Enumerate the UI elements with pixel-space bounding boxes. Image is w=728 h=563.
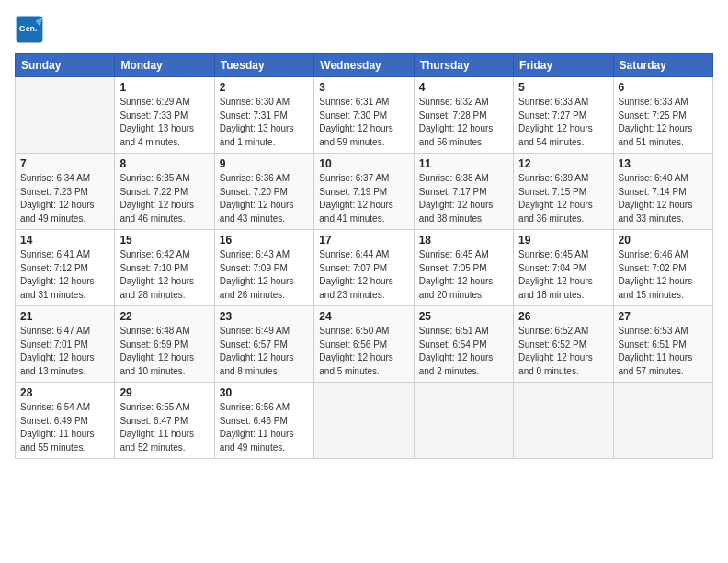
day-cell: 3Sunrise: 6:31 AM Sunset: 7:30 PM Daylig… xyxy=(314,77,414,154)
day-number: 9 xyxy=(220,157,309,170)
day-number: 15 xyxy=(119,234,209,247)
weekday-saturday: Saturday xyxy=(613,54,712,77)
day-info: Sunrise: 6:33 AM Sunset: 7:25 PM Dayligh… xyxy=(619,96,708,149)
day-info: Sunrise: 6:44 AM Sunset: 7:07 PM Dayligh… xyxy=(319,248,408,302)
day-info: Sunrise: 6:34 AM Sunset: 7:23 PM Dayligh… xyxy=(20,172,109,225)
calendar-body: 1Sunrise: 6:29 AM Sunset: 7:33 PM Daylig… xyxy=(16,77,713,459)
day-info: Sunrise: 6:55 AM Sunset: 6:47 PM Dayligh… xyxy=(119,401,209,454)
week-row-5: 28Sunrise: 6:54 AM Sunset: 6:49 PM Dayli… xyxy=(16,383,713,459)
day-number: 26 xyxy=(518,310,608,323)
weekday-sunday: Sunday xyxy=(16,54,115,77)
day-number: 22 xyxy=(119,310,209,323)
day-cell: 17Sunrise: 6:44 AM Sunset: 7:07 PM Dayli… xyxy=(314,230,414,306)
day-cell xyxy=(514,383,613,459)
day-cell: 10Sunrise: 6:37 AM Sunset: 7:19 PM Dayli… xyxy=(314,154,414,230)
day-info: Sunrise: 6:50 AM Sunset: 6:56 PM Dayligh… xyxy=(319,325,408,378)
day-info: Sunrise: 6:37 AM Sunset: 7:19 PM Dayligh… xyxy=(319,172,408,225)
calendar: SundayMondayTuesdayWednesdayThursdayFrid… xyxy=(15,53,713,459)
logo-icon: Gen. xyxy=(15,15,44,44)
day-number: 21 xyxy=(20,310,109,323)
day-info: Sunrise: 6:36 AM Sunset: 7:20 PM Dayligh… xyxy=(220,172,309,225)
day-cell: 25Sunrise: 6:51 AM Sunset: 6:54 PM Dayli… xyxy=(414,306,513,383)
day-number: 5 xyxy=(518,81,608,94)
day-cell: 30Sunrise: 6:56 AM Sunset: 6:46 PM Dayli… xyxy=(214,383,313,459)
day-info: Sunrise: 6:33 AM Sunset: 7:27 PM Dayligh… xyxy=(518,96,608,149)
day-cell: 18Sunrise: 6:45 AM Sunset: 7:05 PM Dayli… xyxy=(414,230,513,306)
day-info: Sunrise: 6:56 AM Sunset: 6:46 PM Dayligh… xyxy=(220,401,309,454)
day-info: Sunrise: 6:29 AM Sunset: 7:33 PM Dayligh… xyxy=(119,96,209,149)
day-cell: 16Sunrise: 6:43 AM Sunset: 7:09 PM Dayli… xyxy=(214,230,313,306)
day-number: 19 xyxy=(518,234,608,247)
day-info: Sunrise: 6:42 AM Sunset: 7:10 PM Dayligh… xyxy=(119,248,209,302)
weekday-friday: Friday xyxy=(514,54,613,77)
day-number: 29 xyxy=(119,386,209,399)
day-number: 10 xyxy=(319,157,408,170)
day-cell xyxy=(16,77,115,154)
day-info: Sunrise: 6:51 AM Sunset: 6:54 PM Dayligh… xyxy=(419,325,508,378)
day-number: 1 xyxy=(119,81,209,94)
day-cell: 12Sunrise: 6:39 AM Sunset: 7:15 PM Dayli… xyxy=(514,154,613,230)
day-cell: 29Sunrise: 6:55 AM Sunset: 6:47 PM Dayli… xyxy=(115,383,214,459)
day-cell: 23Sunrise: 6:49 AM Sunset: 6:57 PM Dayli… xyxy=(214,306,313,383)
weekday-tuesday: Tuesday xyxy=(214,54,313,77)
day-number: 28 xyxy=(20,386,109,399)
logo: Gen. xyxy=(15,15,48,44)
day-number: 20 xyxy=(619,234,708,247)
day-info: Sunrise: 6:41 AM Sunset: 7:12 PM Dayligh… xyxy=(20,248,109,302)
day-number: 23 xyxy=(220,310,309,323)
day-info: Sunrise: 6:31 AM Sunset: 7:30 PM Dayligh… xyxy=(319,96,408,149)
day-number: 13 xyxy=(619,157,708,170)
weekday-row: SundayMondayTuesdayWednesdayThursdayFrid… xyxy=(16,54,713,77)
page-header: Gen. xyxy=(15,15,713,44)
day-info: Sunrise: 6:47 AM Sunset: 7:01 PM Dayligh… xyxy=(20,325,109,378)
day-number: 14 xyxy=(20,234,109,247)
day-info: Sunrise: 6:38 AM Sunset: 7:17 PM Dayligh… xyxy=(419,172,508,225)
day-cell: 13Sunrise: 6:40 AM Sunset: 7:14 PM Dayli… xyxy=(613,154,712,230)
day-number: 16 xyxy=(220,234,309,247)
day-number: 7 xyxy=(20,157,109,170)
week-row-4: 21Sunrise: 6:47 AM Sunset: 7:01 PM Dayli… xyxy=(16,306,713,383)
day-cell: 2Sunrise: 6:30 AM Sunset: 7:31 PM Daylig… xyxy=(214,77,313,154)
day-cell: 27Sunrise: 6:53 AM Sunset: 6:51 PM Dayli… xyxy=(613,306,712,383)
day-cell: 14Sunrise: 6:41 AM Sunset: 7:12 PM Dayli… xyxy=(16,230,115,306)
day-number: 17 xyxy=(319,234,408,247)
calendar-header: SundayMondayTuesdayWednesdayThursdayFrid… xyxy=(16,54,713,77)
weekday-wednesday: Wednesday xyxy=(314,54,414,77)
day-cell: 11Sunrise: 6:38 AM Sunset: 7:17 PM Dayli… xyxy=(414,154,513,230)
week-row-2: 7Sunrise: 6:34 AM Sunset: 7:23 PM Daylig… xyxy=(16,154,713,230)
day-cell: 8Sunrise: 6:35 AM Sunset: 7:22 PM Daylig… xyxy=(115,154,214,230)
day-info: Sunrise: 6:30 AM Sunset: 7:31 PM Dayligh… xyxy=(220,96,309,149)
day-number: 3 xyxy=(319,81,408,94)
day-number: 4 xyxy=(419,81,508,94)
day-cell: 28Sunrise: 6:54 AM Sunset: 6:49 PM Dayli… xyxy=(16,383,115,459)
day-cell: 6Sunrise: 6:33 AM Sunset: 7:25 PM Daylig… xyxy=(613,77,712,154)
day-info: Sunrise: 6:40 AM Sunset: 7:14 PM Dayligh… xyxy=(619,172,708,225)
day-cell: 19Sunrise: 6:45 AM Sunset: 7:04 PM Dayli… xyxy=(514,230,613,306)
day-cell: 15Sunrise: 6:42 AM Sunset: 7:10 PM Dayli… xyxy=(115,230,214,306)
day-info: Sunrise: 6:53 AM Sunset: 6:51 PM Dayligh… xyxy=(619,325,708,378)
day-info: Sunrise: 6:46 AM Sunset: 7:02 PM Dayligh… xyxy=(619,248,708,302)
day-info: Sunrise: 6:48 AM Sunset: 6:59 PM Dayligh… xyxy=(119,325,209,378)
day-info: Sunrise: 6:45 AM Sunset: 7:04 PM Dayligh… xyxy=(518,248,608,302)
week-row-1: 1Sunrise: 6:29 AM Sunset: 7:33 PM Daylig… xyxy=(16,77,713,154)
day-cell: 7Sunrise: 6:34 AM Sunset: 7:23 PM Daylig… xyxy=(16,154,115,230)
week-row-3: 14Sunrise: 6:41 AM Sunset: 7:12 PM Dayli… xyxy=(16,230,713,306)
day-info: Sunrise: 6:32 AM Sunset: 7:28 PM Dayligh… xyxy=(419,96,508,149)
day-number: 6 xyxy=(619,81,708,94)
day-number: 8 xyxy=(119,157,209,170)
day-number: 27 xyxy=(619,310,708,323)
day-info: Sunrise: 6:35 AM Sunset: 7:22 PM Dayligh… xyxy=(119,172,209,225)
day-cell xyxy=(613,383,712,459)
day-info: Sunrise: 6:39 AM Sunset: 7:15 PM Dayligh… xyxy=(518,172,608,225)
day-cell: 21Sunrise: 6:47 AM Sunset: 7:01 PM Dayli… xyxy=(16,306,115,383)
day-number: 25 xyxy=(419,310,508,323)
day-cell xyxy=(314,383,414,459)
day-number: 2 xyxy=(220,81,309,94)
svg-text:Gen.: Gen. xyxy=(19,24,38,33)
day-number: 18 xyxy=(419,234,508,247)
day-info: Sunrise: 6:49 AM Sunset: 6:57 PM Dayligh… xyxy=(220,325,309,378)
day-info: Sunrise: 6:54 AM Sunset: 6:49 PM Dayligh… xyxy=(20,401,109,454)
day-info: Sunrise: 6:45 AM Sunset: 7:05 PM Dayligh… xyxy=(419,248,508,302)
day-cell: 22Sunrise: 6:48 AM Sunset: 6:59 PM Dayli… xyxy=(115,306,214,383)
weekday-thursday: Thursday xyxy=(414,54,513,77)
